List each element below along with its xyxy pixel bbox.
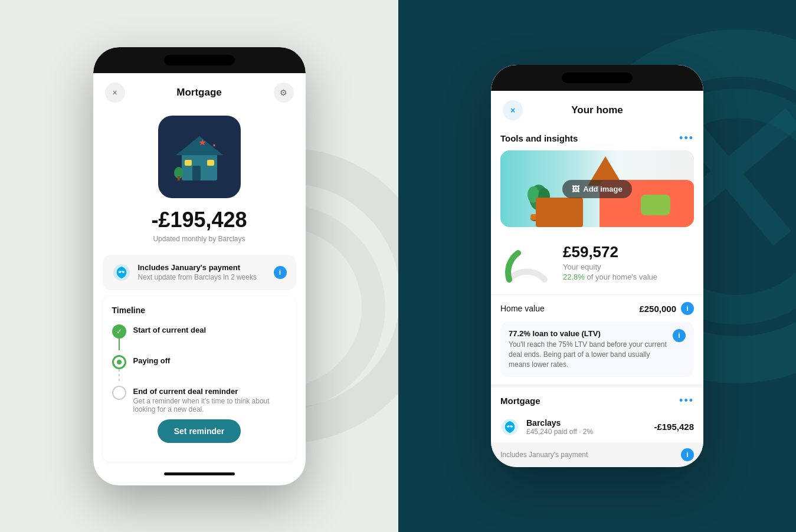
timeline-label-1: Start of current deal bbox=[133, 324, 207, 334]
equity-pct: 22.8% of your home's value bbox=[563, 272, 694, 281]
timeline-item-1: ✓ Start of current deal bbox=[112, 324, 287, 350]
svg-marker-6 bbox=[212, 143, 215, 146]
tools-section-header: Tools and insights ••• bbox=[491, 127, 703, 150]
barclays-logo-right bbox=[500, 418, 519, 436]
includes-payment-bar: Includes January's payment i bbox=[491, 442, 703, 467]
home-value-label: Home value bbox=[500, 304, 545, 313]
equity-info: £59,572 Your equity 22.8% of your home's… bbox=[563, 243, 694, 281]
timeline-dot-active bbox=[112, 355, 126, 369]
left-notch bbox=[93, 47, 306, 73]
mortgage-amount: -£195,428 bbox=[105, 208, 294, 232]
mortgage-item: Barclays £45,240 paid off · 2% -£195,428 bbox=[491, 412, 703, 442]
timeline-label-3: End of current deal reminder Get a remin… bbox=[133, 386, 287, 413]
home-value-info-icon[interactable]: i bbox=[681, 302, 694, 315]
add-image-label: Add image bbox=[583, 185, 622, 193]
svg-rect-4 bbox=[207, 160, 214, 166]
includes-payment-text: Includes January's payment bbox=[500, 451, 675, 459]
notch-pill bbox=[164, 55, 235, 65]
barclays-logo bbox=[112, 263, 131, 282]
equity-section: £59,572 Your equity 22.8% of your home's… bbox=[500, 235, 694, 288]
home-value-amount: £250,000 bbox=[639, 304, 676, 314]
left-phone-wrapper: × Mortgage ⚙ bbox=[93, 47, 306, 485]
mortgage-menu-dots[interactable]: ••• bbox=[679, 395, 694, 407]
mortgage-item-amount: -£195,428 bbox=[654, 422, 694, 432]
timeline-col-2 bbox=[112, 355, 126, 381]
timeline-item-3: End of current deal reminder Get a remin… bbox=[112, 386, 287, 413]
svg-rect-3 bbox=[185, 160, 192, 166]
info-icon-button[interactable]: i bbox=[274, 266, 287, 279]
left-phone: × Mortgage ⚙ bbox=[93, 47, 306, 485]
mortgage-item-info: Barclays £45,240 paid off · 2% bbox=[526, 418, 647, 436]
barclays-info-card: Includes January's payment Next update f… bbox=[103, 255, 296, 290]
equity-gauge bbox=[500, 235, 553, 288]
image-icon: 🖼 bbox=[572, 185, 579, 193]
timeline-line-2 bbox=[119, 369, 120, 381]
equity-pct-value: 22.8% bbox=[563, 272, 585, 281]
info-card-text: Includes January's payment Next update f… bbox=[138, 263, 267, 281]
equity-pct-suffix: of your home's value bbox=[585, 272, 657, 281]
gear-icon: ⚙ bbox=[280, 88, 287, 97]
ltv-title: 77.2% loan to value (LTV) bbox=[509, 329, 667, 338]
svg-rect-8 bbox=[178, 176, 180, 180]
timeline-title: Timeline bbox=[112, 306, 287, 315]
timeline-label-2: Paying off bbox=[133, 355, 171, 365]
mortgage-amount-section: -£195,428 Updated monthly by Barclays bbox=[93, 208, 306, 249]
tools-title: Tools and insights bbox=[500, 133, 578, 143]
ltv-text: 77.2% loan to value (LTV) You'll reach t… bbox=[509, 329, 667, 369]
hero-image-area bbox=[93, 110, 306, 208]
mortgage-subtitle: Updated monthly by Barclays bbox=[105, 235, 294, 243]
add-image-overlay: 🖼 Add image bbox=[500, 150, 694, 227]
right-notch-pill bbox=[562, 73, 633, 83]
right-phone-title: Your home bbox=[523, 104, 671, 116]
mortgage-bank-name: Barclays bbox=[526, 418, 647, 428]
ltv-info-icon[interactable]: i bbox=[673, 329, 686, 342]
house-image-box bbox=[158, 116, 241, 198]
right-phone-wrapper: × Your home Tools and insights ••• bbox=[491, 65, 703, 467]
add-image-button[interactable]: 🖼 Add image bbox=[562, 180, 631, 198]
timeline-col-1: ✓ bbox=[112, 324, 126, 350]
home-value-right: £250,000 i bbox=[639, 302, 694, 315]
tools-menu-dots[interactable]: ••• bbox=[679, 132, 694, 145]
timeline-dot-empty bbox=[112, 386, 126, 400]
left-phone-title: Mortgage bbox=[176, 87, 222, 98]
right-phone-header: × Your home bbox=[491, 91, 703, 127]
svg-rect-2 bbox=[192, 166, 201, 180]
includes-info-icon[interactable]: i bbox=[681, 448, 694, 461]
timeline-col-3 bbox=[112, 386, 126, 400]
home-indicator bbox=[164, 472, 235, 475]
timeline-line-1 bbox=[119, 339, 120, 350]
ltv-card: 77.2% loan to value (LTV) You'll reach t… bbox=[500, 322, 694, 376]
left-phone-header: × Mortgage ⚙ bbox=[93, 73, 306, 110]
timeline-section: Timeline ✓ Start of current deal bbox=[103, 296, 296, 462]
right-notch bbox=[491, 65, 703, 91]
close-button-left[interactable]: × bbox=[105, 83, 125, 103]
close-icon: × bbox=[510, 106, 515, 115]
left-panel: × Mortgage ⚙ bbox=[0, 0, 398, 532]
settings-button[interactable]: ⚙ bbox=[274, 83, 294, 103]
home-image-banner[interactable]: 🖼 Add image bbox=[500, 150, 694, 227]
right-panel: ✕ × Your home Tools and insights ••• bbox=[398, 0, 796, 532]
left-bottom-bar bbox=[93, 468, 306, 485]
ltv-description: You'll reach the 75% LTV band before you… bbox=[509, 340, 667, 369]
info-card-subtitle: Next update from Barclays in 2 weeks bbox=[138, 273, 267, 281]
equity-amount: £59,572 bbox=[563, 243, 694, 261]
house-illustration bbox=[170, 130, 229, 183]
mortgage-section-title: Mortgage bbox=[500, 396, 541, 406]
right-phone: × Your home Tools and insights ••• bbox=[491, 65, 703, 467]
mortgage-item-sub: £45,240 paid off · 2% bbox=[526, 428, 647, 436]
home-value-row: Home value £250,000 i bbox=[491, 294, 703, 322]
equity-label: Your equity bbox=[563, 262, 694, 271]
timeline-item-2: Paying off bbox=[112, 355, 287, 381]
close-button-right[interactable]: × bbox=[503, 100, 523, 120]
timeline-dot-check: ✓ bbox=[112, 324, 126, 339]
info-card-title: Includes January's payment bbox=[138, 263, 267, 272]
timeline-inner-dot bbox=[117, 360, 122, 364]
svg-marker-1 bbox=[176, 136, 223, 155]
mortgage-section-header: Mortgage ••• bbox=[491, 384, 703, 412]
set-reminder-button[interactable]: Set reminder bbox=[158, 419, 241, 443]
gauge-svg bbox=[500, 235, 553, 288]
